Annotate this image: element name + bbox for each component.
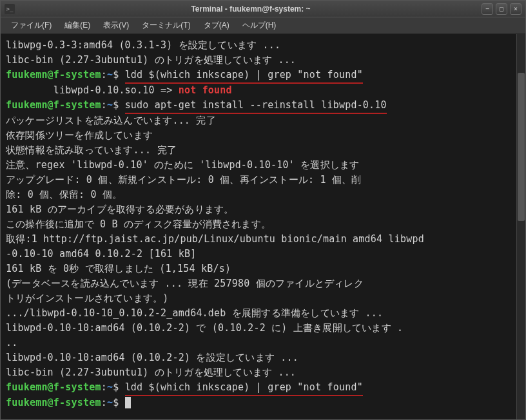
prompt-path: ~	[107, 69, 113, 81]
not-found-text: not found	[179, 84, 232, 96]
command-input: sudo apt-get install --reinstall libwpd-…	[125, 98, 387, 114]
output-line: libwpg-0.3-3:amd64 (0.3.1-3) を設定しています ..…	[6, 39, 280, 51]
output-line: libwpd-0.10-10:amd64 (0.10.2-2) で (0.10.…	[6, 322, 403, 334]
output-line: 取得:1 http://ftp.jaist.ac.jp/pub/Linux/ub…	[6, 233, 424, 245]
prompt-path: ~	[107, 397, 113, 408]
output-line: この操作後に追加で 0 B のディスク容量が消費されます。	[6, 218, 271, 230]
output-line: トリがインストールされています。)	[6, 292, 168, 304]
scrollbar[interactable]	[516, 34, 525, 419]
prompt-user: fuukemn@f-system	[6, 99, 101, 111]
menu-edit[interactable]: 編集(E)	[58, 17, 97, 33]
terminal-icon	[5, 4, 15, 14]
prompt-dollar: $	[113, 69, 119, 81]
output-line: libwpd-0.10.so.10 =>	[6, 84, 179, 96]
prompt-path: ~	[107, 99, 113, 111]
cursor	[125, 397, 131, 408]
prompt-user: fuukemn@f-system	[6, 69, 101, 81]
prompt-dollar: $	[113, 381, 119, 393]
output-line: libwpd-0.10-10:amd64 (0.10.2-2) を設定しています…	[6, 352, 298, 363]
prompt-path: ~	[107, 381, 113, 393]
window-title: Terminal - fuukemn@f-system: ~	[20, 5, 482, 14]
output-line: 依存関係ツリーを作成しています	[6, 129, 153, 141]
prompt-sep: :	[101, 397, 107, 408]
titlebar[interactable]: Terminal - fuukemn@f-system: ~ − □ ×	[1, 1, 525, 17]
output-line: 注意、regex 'libwpd-0.10' のために 'libwpd-0.10…	[6, 159, 359, 171]
output-line: 除: 0 個、保留: 0 個。	[6, 189, 122, 200]
output-line: -0.10-10 amd64 0.10.2-2 [161 kB]	[6, 248, 196, 260]
scroll-thumb[interactable]	[518, 73, 525, 221]
output-line: パッケージリストを読み込んでいます... 完了	[6, 115, 216, 126]
menu-tabs[interactable]: タブ(A)	[197, 17, 236, 33]
output-line: ..	[6, 337, 17, 348]
terminal-output[interactable]: libwpg-0.3-3:amd64 (0.3.1-3) を設定しています ..…	[1, 34, 516, 419]
prompt-sep: :	[101, 69, 107, 81]
prompt-sep: :	[101, 381, 107, 393]
output-line: libc-bin (2.27-3ubuntu1) のトリガを処理しています ..…	[6, 367, 296, 378]
menu-help[interactable]: ヘルプ(H)	[236, 17, 283, 33]
output-line: 161 kB のアーカイブを取得する必要があります。	[6, 204, 233, 215]
prompt-dollar: $	[113, 99, 119, 111]
menu-view[interactable]: 表示(V)	[97, 17, 135, 33]
prompt-dollar: $	[113, 397, 119, 408]
output-line: 状態情報を読み取っています... 完了	[6, 144, 177, 156]
command-input: ldd $(which inkscape) | grep "not found"	[125, 380, 363, 396]
prompt-user: fuukemn@f-system	[6, 381, 101, 393]
output-line: アップグレード: 0 個、新規インストール: 0 個、再インストール: 1 個、…	[6, 174, 362, 186]
output-line: (データベースを読み込んでいます ... 現在 257980 個のファイルとディ…	[6, 278, 364, 289]
prompt-sep: :	[101, 99, 107, 111]
maximize-button[interactable]: □	[496, 3, 507, 15]
output-line: .../libwpd-0.10-10_0.10.2-2_amd64.deb を展…	[6, 307, 383, 319]
menubar: ファイル(F) 編集(E) 表示(V) ターミナル(T) タブ(A) ヘルプ(H…	[1, 17, 525, 34]
menu-file[interactable]: ファイル(F)	[5, 17, 58, 33]
output-line: libc-bin (2.27-3ubuntu1) のトリガを処理しています ..…	[6, 54, 296, 66]
close-button[interactable]: ×	[510, 3, 521, 15]
prompt-user: fuukemn@f-system	[6, 397, 101, 408]
menu-terminal[interactable]: ターミナル(T)	[135, 17, 197, 33]
command-input: ldd $(which inkscape) | grep "not found"	[125, 68, 363, 84]
terminal-area: libwpg-0.3-3:amd64 (0.3.1-3) を設定しています ..…	[1, 34, 525, 419]
minimize-button[interactable]: −	[482, 3, 493, 15]
output-line: 161 kB を 0秒 で取得しました (1,154 kB/s)	[6, 263, 231, 274]
terminal-window: Terminal - fuukemn@f-system: ~ − □ × ファイ…	[0, 0, 526, 420]
